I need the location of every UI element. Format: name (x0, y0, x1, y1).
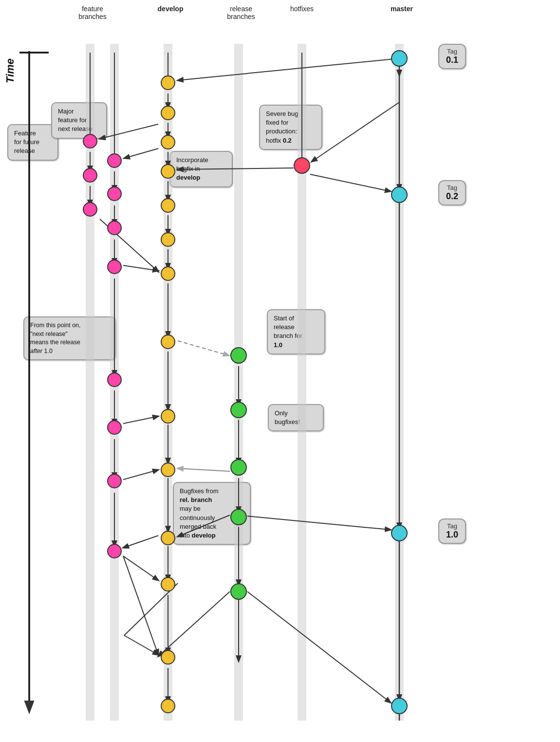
svg-line-54 (178, 468, 230, 471)
node-feature1-1 (83, 134, 97, 148)
node-master-1 (392, 51, 407, 66)
node-develop-7 (161, 267, 175, 280)
node-develop-1 (161, 76, 175, 90)
node-develop-11 (161, 531, 175, 545)
node-feature2-7 (108, 474, 121, 488)
node-develop-3 (161, 135, 175, 149)
node-feature2-4 (108, 260, 121, 274)
node-feature2-6 (108, 421, 121, 434)
svg-line-60 (123, 556, 158, 580)
node-feature2-8 (108, 544, 121, 558)
svg-line-48 (310, 174, 391, 191)
svg-line-64 (123, 556, 158, 655)
node-develop-10 (161, 463, 175, 477)
svg-line-51 (123, 265, 158, 271)
main-svg (0, 0, 560, 742)
node-release-5 (231, 584, 246, 599)
svg-line-53 (123, 470, 158, 480)
node-develop-8 (161, 335, 175, 349)
diagram: featurebranches develop releasebranches … (0, 0, 560, 742)
node-develop-9 (161, 409, 175, 423)
svg-line-59 (124, 635, 158, 655)
node-release-1 (231, 348, 246, 363)
svg-line-61 (247, 592, 391, 703)
node-develop-14 (161, 699, 175, 713)
node-develop-13 (161, 650, 175, 664)
node-hotfix-1 (294, 158, 310, 173)
svg-line-44 (178, 58, 399, 80)
node-release-2 (231, 402, 246, 418)
node-master-3 (392, 525, 407, 541)
svg-line-55 (178, 515, 230, 537)
svg-line-47 (312, 102, 399, 162)
svg-line-57 (123, 536, 158, 548)
node-develop-2 (161, 106, 175, 120)
node-master-4 (392, 698, 407, 714)
node-develop-4 (161, 165, 175, 178)
node-feature2-5 (108, 373, 121, 387)
node-develop-6 (161, 233, 175, 246)
svg-line-45 (100, 124, 158, 139)
svg-line-52 (123, 416, 158, 424)
node-release-4 (231, 509, 246, 525)
node-feature1-2 (83, 168, 97, 182)
node-feature2-1 (108, 154, 121, 167)
node-feature2-2 (108, 187, 121, 201)
svg-line-50 (178, 341, 229, 355)
svg-line-46 (124, 148, 158, 158)
node-master-2 (392, 187, 407, 203)
node-release-3 (231, 460, 246, 475)
node-feature2-3 (108, 221, 121, 235)
node-develop-12 (161, 577, 175, 591)
node-develop-5 (161, 199, 175, 212)
node-feature1-3 (83, 203, 97, 216)
svg-line-56 (247, 516, 391, 530)
